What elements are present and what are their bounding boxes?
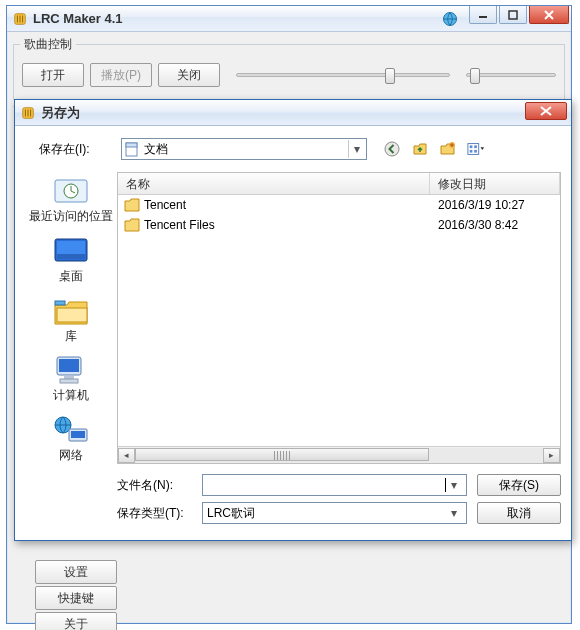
volume-slider[interactable]: [466, 73, 556, 77]
saveas-app-icon: [21, 106, 35, 120]
filename-row: 文件名(N): ▾ 保存(S): [117, 474, 561, 496]
col-name[interactable]: 名称: [118, 173, 430, 194]
saveas-titlebar[interactable]: 另存为: [15, 100, 571, 126]
about-button[interactable]: 关于: [35, 612, 117, 630]
place-desktop-label: 桌面: [59, 270, 83, 284]
desktop-icon: [51, 234, 91, 268]
window-buttons: [467, 6, 569, 24]
places-bar: 最近访问的位置 桌面 库: [25, 172, 117, 464]
main-titlebar[interactable]: LRC Maker 4.1: [7, 6, 571, 32]
up-folder-icon[interactable]: [411, 140, 429, 158]
place-computer-label: 计算机: [53, 389, 89, 403]
computer-icon: [51, 353, 91, 387]
web-icon[interactable]: [441, 10, 459, 28]
place-recent-label: 最近访问的位置: [29, 210, 113, 224]
col-date[interactable]: 修改日期: [430, 173, 560, 194]
file-date: 2016/3/19 10:27: [430, 198, 560, 212]
close-song-button[interactable]: 关闭: [158, 63, 220, 87]
song-control-group: 歌曲控制 打开 播放(P) 关闭: [13, 36, 565, 100]
svg-rect-11: [474, 145, 477, 148]
file-rows[interactable]: Tencent2016/3/19 10:27Tencent Files2016/…: [118, 195, 560, 446]
maximize-button[interactable]: [499, 6, 527, 24]
svg-rect-12: [470, 150, 473, 153]
libraries-icon: [51, 294, 91, 328]
place-network[interactable]: 网络: [51, 413, 91, 463]
svg-rect-10: [470, 145, 473, 148]
new-folder-icon[interactable]: [439, 140, 457, 158]
file-row[interactable]: Tencent Files2016/3/30 8:42: [118, 215, 560, 235]
network-icon: [51, 413, 91, 447]
scroll-thumb[interactable]: [135, 448, 429, 461]
saveas-title: 另存为: [41, 104, 80, 122]
close-button[interactable]: [529, 6, 569, 24]
folder-icon: [124, 198, 140, 212]
svg-point-7: [385, 142, 399, 156]
place-desktop[interactable]: 桌面: [51, 234, 91, 284]
scroll-left-button[interactable]: ◂: [118, 448, 135, 463]
back-icon[interactable]: [383, 140, 401, 158]
filename-combo[interactable]: ▾: [202, 474, 467, 496]
file-date: 2016/3/30 8:42: [430, 218, 560, 232]
place-network-label: 网络: [59, 449, 83, 463]
svg-rect-3: [509, 11, 517, 19]
save-button[interactable]: 保存(S): [477, 474, 561, 496]
svg-rect-27: [71, 431, 85, 438]
svg-rect-18: [57, 254, 85, 259]
svg-rect-19: [57, 308, 87, 322]
file-list: 名称 修改日期 Tencent2016/3/19 10:27Tencent Fi…: [117, 172, 561, 464]
filetype-row: 保存类型(T): LRC歌词 ▾ 取消: [117, 502, 561, 524]
place-libraries-label: 库: [65, 330, 77, 344]
lookin-combo[interactable]: 文档 ▾: [121, 138, 367, 160]
folder-icon: [124, 218, 140, 232]
documents-icon: [124, 141, 140, 157]
app-icon: [13, 12, 27, 26]
svg-rect-13: [474, 150, 477, 153]
open-song-button[interactable]: 打开: [22, 63, 84, 87]
recent-icon: [51, 174, 91, 208]
filetype-label: 保存类型(T):: [117, 505, 192, 522]
file-name: Tencent Files: [144, 218, 215, 232]
hotkeys-button[interactable]: 快捷键: [35, 586, 117, 610]
seek-slider[interactable]: [236, 73, 450, 77]
file-row[interactable]: Tencent2016/3/19 10:27: [118, 195, 560, 215]
bottom-button-column: 设置 快捷键 关于: [35, 560, 117, 630]
svg-rect-22: [59, 359, 79, 372]
file-list-header[interactable]: 名称 修改日期: [118, 173, 560, 195]
svg-rect-9: [468, 144, 479, 155]
place-libraries[interactable]: 库: [51, 294, 91, 344]
dropdown-arrow-icon[interactable]: ▾: [348, 140, 364, 158]
place-recent[interactable]: 最近访问的位置: [29, 174, 113, 224]
view-menu-icon[interactable]: [467, 140, 485, 158]
file-name: Tencent: [144, 198, 186, 212]
svg-rect-20: [55, 301, 65, 305]
filename-label: 文件名(N):: [117, 477, 192, 494]
seek-thumb[interactable]: [385, 68, 395, 84]
minimize-button[interactable]: [469, 6, 497, 24]
saveas-dialog: 另存为 保存在(I): 文档 ▾: [14, 99, 572, 541]
filetype-value: LRC歌词: [207, 505, 446, 522]
settings-button[interactable]: 设置: [35, 560, 117, 584]
main-title: LRC Maker 4.1: [33, 11, 123, 26]
play-button[interactable]: 播放(P): [90, 63, 152, 87]
filetype-combo[interactable]: LRC歌词 ▾: [202, 502, 467, 524]
h-scrollbar[interactable]: ◂ ▸: [118, 446, 560, 463]
volume-thumb[interactable]: [470, 68, 480, 84]
lookin-value: 文档: [144, 141, 348, 158]
place-computer[interactable]: 计算机: [51, 353, 91, 403]
svg-rect-24: [60, 379, 78, 383]
filename-dropdown-icon[interactable]: ▾: [446, 476, 462, 494]
lookin-label: 保存在(I):: [39, 141, 115, 158]
filetype-dropdown-icon[interactable]: ▾: [446, 504, 462, 522]
scroll-track[interactable]: [135, 448, 543, 463]
song-control-legend: 歌曲控制: [20, 36, 76, 53]
scroll-right-button[interactable]: ▸: [543, 448, 560, 463]
svg-rect-6: [126, 143, 137, 147]
saveas-close-button[interactable]: [525, 102, 567, 120]
filename-input[interactable]: [207, 476, 445, 494]
lookin-row: 保存在(I): 文档 ▾: [25, 138, 561, 160]
cancel-button[interactable]: 取消: [477, 502, 561, 524]
